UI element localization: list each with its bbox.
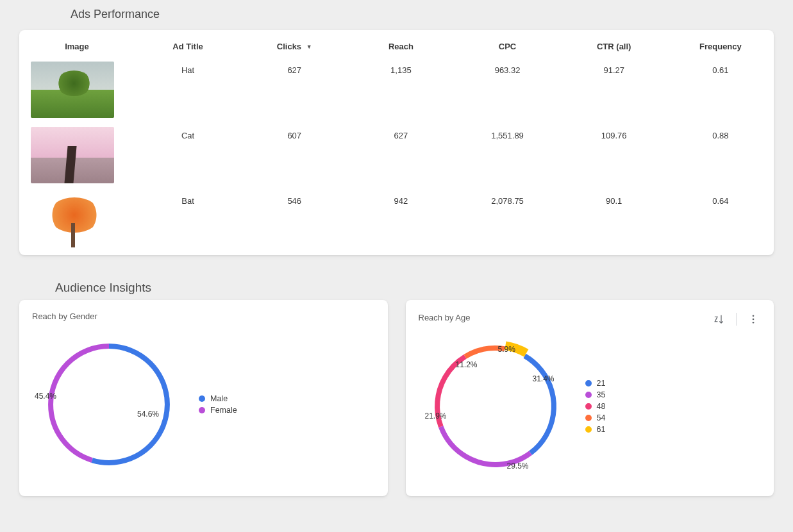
cell-frequency: 0.64 — [667, 190, 774, 255]
legend-label: 21 — [597, 379, 606, 388]
label-age61-pct: 5.9% — [498, 345, 515, 354]
gender-legend: Male Female — [199, 392, 237, 417]
cell-ctr: 90.1 — [561, 190, 667, 255]
cell-cpc: 2,078.75 — [454, 190, 560, 255]
legend-item-male[interactable]: Male — [199, 394, 237, 403]
cell-cpc: 1,551.89 — [454, 124, 560, 190]
legend-dot — [585, 392, 592, 398]
svg-point-1 — [753, 319, 755, 320]
sort-desc-icon: ▼ — [306, 44, 312, 50]
cell-image — [19, 124, 135, 190]
legend-label: 54 — [597, 413, 606, 422]
section-title-ads: Ads Performance — [0, 0, 793, 26]
reach-by-gender-card: Reach by Gender 54.6% 45.4% Male Femal — [19, 300, 388, 496]
cell-ad-title: Cat — [135, 124, 241, 190]
sort-az-icon[interactable] — [712, 312, 727, 327]
chart-toolbar — [712, 312, 761, 327]
cell-image — [19, 59, 135, 124]
svg-point-2 — [753, 322, 755, 324]
col-reach[interactable]: Reach — [347, 30, 454, 59]
cell-ctr: 109.76 — [561, 124, 667, 190]
cell-frequency: 0.88 — [667, 124, 774, 190]
legend-item-female[interactable]: Female — [199, 406, 237, 415]
age-slice-48 — [419, 329, 572, 483]
legend-label: Female — [210, 406, 237, 415]
label-female-pct: 45.4% — [35, 392, 56, 401]
cell-ad-title: Hat — [135, 59, 241, 124]
legend-dot — [585, 415, 592, 421]
legend-dot — [199, 395, 205, 402]
reach-by-age-card: Reach by Age — [406, 300, 774, 496]
cell-cpc: 963.32 — [454, 59, 560, 124]
cell-clicks: 607 — [241, 124, 347, 190]
chart-title-gender: Reach by Gender — [32, 312, 375, 321]
section-title-audience: Audience Insights — [0, 255, 793, 300]
age-legend: 21 35 48 54 61 — [585, 376, 606, 436]
cell-ctr: 91.27 — [561, 59, 667, 124]
legend-item-35[interactable]: 35 — [585, 390, 606, 399]
label-age35-pct: 29.5% — [507, 461, 529, 470]
more-menu-icon[interactable] — [746, 312, 761, 327]
legend-item-21[interactable]: 21 — [585, 379, 606, 388]
cell-clicks: 546 — [241, 190, 347, 255]
legend-label: 35 — [597, 390, 606, 399]
chart-title-age: Reach by Age — [419, 313, 471, 322]
ad-thumbnail — [31, 127, 114, 183]
cell-image — [19, 190, 135, 255]
legend-dot — [585, 380, 592, 387]
legend-label: Male — [210, 394, 228, 403]
legend-label: 61 — [597, 425, 606, 434]
cell-reach: 1,135 — [347, 59, 454, 124]
col-ad-title[interactable]: Ad Title — [135, 30, 241, 59]
ads-table: Image Ad Title Clicks ▼ Reach CPC CTR (a… — [19, 30, 774, 255]
legend-item-54[interactable]: 54 — [585, 413, 606, 422]
legend-item-61[interactable]: 61 — [585, 425, 606, 434]
ad-thumbnail — [31, 62, 114, 118]
table-row[interactable]: Cat 607 627 1,551.89 109.76 0.88 — [19, 124, 774, 190]
col-clicks[interactable]: Clicks ▼ — [241, 30, 347, 59]
age-slice-21 — [419, 329, 572, 483]
age-slice-54 — [419, 329, 572, 483]
col-image[interactable]: Image — [19, 30, 135, 59]
col-frequency[interactable]: Frequency — [667, 30, 774, 59]
gender-donut: 54.6% 45.4% — [32, 328, 186, 481]
table-row[interactable]: Bat 546 942 2,078.75 90.1 0.64 — [19, 190, 774, 255]
cell-ad-title: Bat — [135, 190, 241, 255]
table-header-row: Image Ad Title Clicks ▼ Reach CPC CTR (a… — [19, 30, 774, 59]
ads-performance-card: Image Ad Title Clicks ▼ Reach CPC CTR (a… — [19, 30, 774, 255]
table-row[interactable]: Hat 627 1,135 963.32 91.27 0.61 — [19, 59, 774, 124]
legend-label: 48 — [597, 402, 606, 411]
toolbar-divider — [736, 313, 737, 326]
label-age54-pct: 11.2% — [456, 360, 478, 369]
age-slice-61 — [419, 329, 572, 483]
legend-dot — [585, 426, 592, 433]
label-age48-pct: 21.9% — [425, 411, 447, 420]
col-ctr[interactable]: CTR (all) — [561, 30, 667, 59]
legend-dot — [585, 403, 592, 410]
legend-item-48[interactable]: 48 — [585, 402, 606, 411]
cell-clicks: 627 — [241, 59, 347, 124]
svg-point-0 — [753, 315, 755, 317]
col-clicks-label: Clicks — [277, 42, 301, 51]
cell-frequency: 0.61 — [667, 59, 774, 124]
cell-reach: 627 — [347, 124, 454, 190]
cell-reach: 942 — [347, 190, 454, 255]
age-slice-35 — [419, 329, 572, 483]
label-male-pct: 54.6% — [137, 410, 159, 419]
ad-thumbnail — [31, 192, 114, 249]
legend-dot — [199, 407, 205, 413]
label-age21-pct: 31.4% — [533, 374, 555, 383]
age-donut: 31.4% 29.5% 21.9% 11.2% 5.9% — [419, 329, 572, 483]
col-cpc[interactable]: CPC — [454, 30, 560, 59]
